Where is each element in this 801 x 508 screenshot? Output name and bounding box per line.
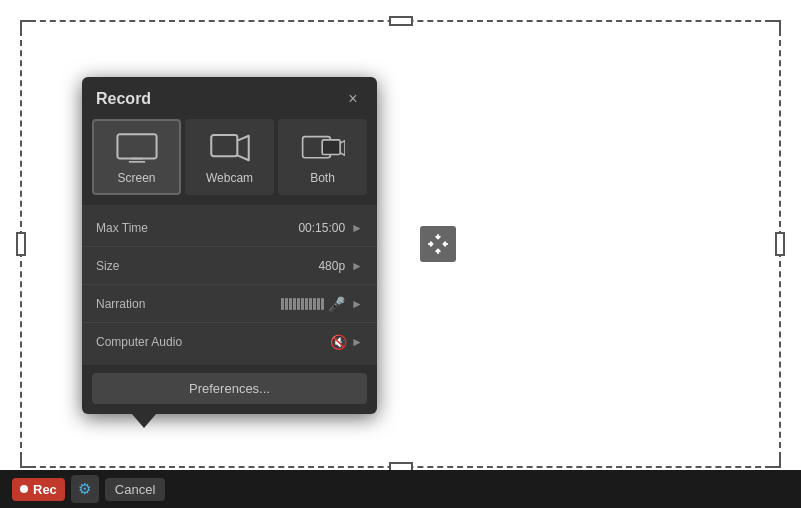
maxtime-arrow: ►: [351, 221, 363, 235]
gear-icon: ⚙: [78, 480, 91, 498]
seg4: [293, 298, 296, 310]
move-icon[interactable]: [420, 226, 456, 262]
size-value: 480p: [318, 259, 345, 273]
move-svg: [427, 233, 449, 255]
setting-narration[interactable]: Narration 🎤: [82, 285, 377, 323]
seg3: [289, 298, 292, 310]
screen-icon: [115, 131, 159, 165]
maxtime-label: Max Time: [96, 221, 298, 235]
seg10: [317, 298, 320, 310]
webcam-icon: [208, 131, 252, 165]
both-icon: [301, 131, 345, 165]
handle-top[interactable]: [389, 16, 413, 26]
narration-label: Narration: [96, 297, 281, 311]
dialog-title: Record: [96, 90, 151, 108]
handle-left[interactable]: [16, 232, 26, 256]
mode-screen-button[interactable]: Screen: [92, 119, 181, 195]
rec-dot: [20, 485, 28, 493]
record-dialog: Record × Screen Webcam: [82, 77, 377, 414]
size-arrow: ►: [351, 259, 363, 273]
seg11: [321, 298, 324, 310]
svg-rect-0: [117, 134, 156, 158]
seg7: [305, 298, 308, 310]
size-label: Size: [96, 259, 318, 273]
mic-icon: 🎤: [328, 296, 345, 312]
close-button[interactable]: ×: [343, 89, 363, 109]
mode-both-label: Both: [310, 171, 335, 185]
canvas-area: Record × Screen Webcam: [20, 20, 781, 468]
handle-right[interactable]: [775, 232, 785, 256]
svg-rect-5: [322, 140, 340, 155]
seg2: [285, 298, 288, 310]
seg1: [281, 298, 284, 310]
corner-tr: [765, 20, 781, 36]
seg6: [301, 298, 304, 310]
rec-label: Rec: [33, 482, 57, 497]
corner-tl: [20, 20, 36, 36]
settings-area: Max Time 00:15:00 ► Size 480p ► Narratio…: [82, 205, 377, 365]
mode-webcam-label: Webcam: [206, 171, 253, 185]
rec-button[interactable]: Rec: [12, 478, 65, 501]
setting-size[interactable]: Size 480p ►: [82, 247, 377, 285]
bottom-toolbar: Rec ⚙ Cancel: [0, 470, 801, 508]
audio-muted-icon: 🔇: [330, 334, 347, 350]
mode-both-button[interactable]: Both: [278, 119, 367, 195]
svg-rect-3: [211, 135, 237, 156]
narration-arrow: ►: [351, 297, 363, 311]
dialog-titlebar: Record ×: [82, 77, 377, 119]
dialog-arrow: [132, 414, 156, 428]
mode-selector: Screen Webcam Both: [92, 119, 367, 195]
audio-arrow: ►: [351, 335, 363, 349]
setting-maxtime[interactable]: Max Time 00:15:00 ►: [82, 209, 377, 247]
mode-screen-label: Screen: [117, 171, 155, 185]
setting-audio[interactable]: Computer Audio 🔇 ►: [82, 323, 377, 361]
narration-segments: [281, 298, 324, 310]
toolbar-settings-button[interactable]: ⚙: [71, 475, 99, 503]
maxtime-value: 00:15:00: [298, 221, 345, 235]
cancel-button[interactable]: Cancel: [105, 478, 165, 501]
corner-bl: [20, 452, 36, 468]
seg8: [309, 298, 312, 310]
mode-webcam-button[interactable]: Webcam: [185, 119, 274, 195]
narration-bar: 🎤: [281, 296, 345, 312]
preferences-button[interactable]: Preferences...: [92, 373, 367, 404]
seg5: [297, 298, 300, 310]
corner-br: [765, 452, 781, 468]
seg9: [313, 298, 316, 310]
audio-label: Computer Audio: [96, 335, 330, 349]
